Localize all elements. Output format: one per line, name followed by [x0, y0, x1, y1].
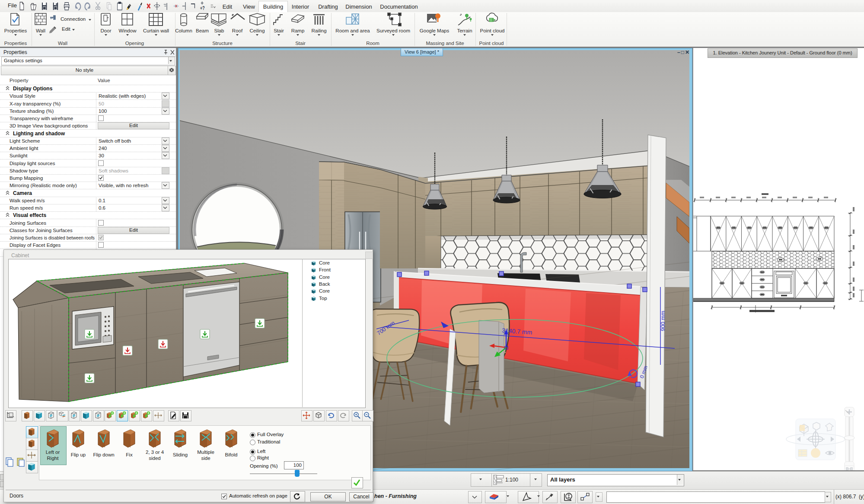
svg-text:900 mm: 900 mm [660, 311, 666, 331]
svg-text:+?: +? [200, 5, 205, 11]
